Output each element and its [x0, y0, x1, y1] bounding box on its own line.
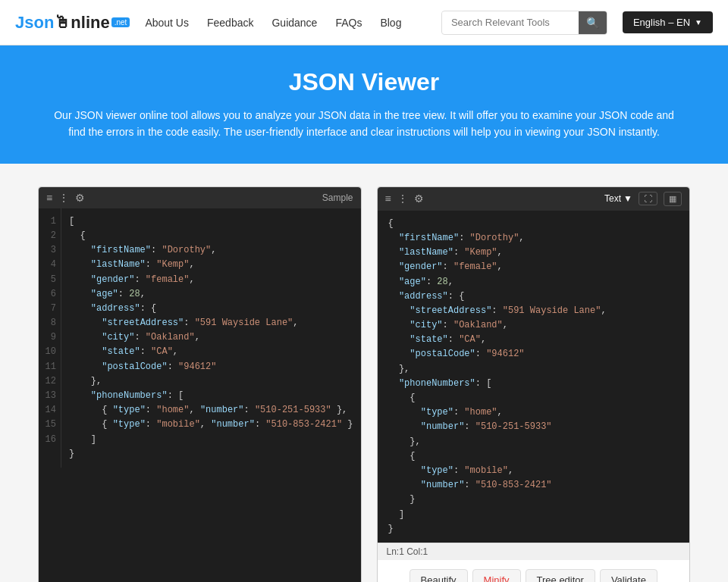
expand-icon[interactable]: ⛶ [639, 192, 657, 205]
text-label: Text [604, 193, 621, 204]
nav-links: About Us Feedback Guidance FAQs Blog [145, 17, 426, 29]
text-dropdown[interactable]: Text ▼ [604, 193, 632, 204]
logo-badge: .net [111, 17, 130, 27]
chevron-down-icon: ▼ [695, 18, 702, 27]
line-numbers: 12345 678910 111213141516 [39, 208, 61, 468]
left-toolbar-icon-1[interactable]: ≡ [46, 192, 52, 204]
nav-about[interactable]: About Us [145, 17, 189, 29]
beautify-button[interactable]: Beautify [410, 569, 468, 582]
text-chevron-icon: ▼ [623, 193, 632, 204]
search-button[interactable]: 🔍 [579, 11, 607, 34]
left-code-content[interactable]: [ { "firstName": "Dorothy", "lastName": … [61, 208, 361, 468]
right-toolbar: ≡ ⋮ ⚙ Text ▼ ⛶ ▦ [378, 187, 689, 211]
sample-label: Sample [322, 192, 353, 203]
right-editor-panel: ≡ ⋮ ⚙ Text ▼ ⛶ ▦ { "firstName": "Dorothy… [377, 186, 690, 582]
logo[interactable]: Json🖱nline .net [15, 13, 130, 33]
right-toolbar-settings-icon[interactable]: ⚙ [414, 192, 424, 205]
left-toolbar-settings-icon[interactable]: ⚙ [75, 192, 85, 204]
search-input[interactable] [442, 12, 579, 33]
top-action-row: Beautify Minify Tree editor Validate Cop… [385, 569, 682, 582]
main-content: ≡ ⋮ ⚙ Sample 12345 678910 111213141516 [… [0, 164, 728, 582]
right-toolbar-icon-1[interactable]: ≡ [385, 192, 391, 205]
hero-section: JSON Viewer Our JSON viewer online tool … [0, 45, 728, 164]
nav-feedback[interactable]: Feedback [207, 17, 253, 29]
left-toolbar: ≡ ⋮ ⚙ Sample [39, 187, 361, 208]
minify-button[interactable]: Minify [472, 569, 521, 582]
right-code-area[interactable]: { "firstName": "Dorothy", "lastName": "K… [378, 211, 689, 543]
nav-blog[interactable]: Blog [380, 17, 401, 29]
hero-title: JSON Viewer [46, 68, 682, 96]
right-bottom: Beautify Minify Tree editor Validate Cop… [378, 560, 689, 582]
hero-description: Our JSON viewer online tool allows you t… [53, 107, 675, 141]
language-label: English – EN [633, 17, 690, 28]
logo-text: Json🖱nline [15, 13, 110, 33]
language-button[interactable]: English – EN ▼ [623, 11, 713, 33]
right-toolbar-icon-2[interactable]: ⋮ [397, 192, 408, 205]
navbar: Json🖱nline .net About Us Feedback Guidan… [0, 0, 728, 45]
search-box: 🔍 [441, 11, 607, 35]
validate-button[interactable]: Validate [600, 569, 657, 582]
nav-faqs[interactable]: FAQs [335, 17, 362, 29]
right-status-bar: Ln:1 Col:1 [378, 543, 689, 560]
right-status-text: Ln:1 Col:1 [387, 546, 428, 557]
tree-editor-button[interactable]: Tree editor [526, 569, 595, 582]
left-editor-panel: ≡ ⋮ ⚙ Sample 12345 678910 111213141516 [… [38, 186, 362, 582]
grid-icon[interactable]: ▦ [664, 192, 682, 206]
left-code-area[interactable]: 12345 678910 111213141516 [ { "firstName… [39, 208, 361, 582]
nav-guidance[interactable]: Guidance [271, 17, 317, 29]
left-toolbar-icon-2[interactable]: ⋮ [58, 192, 69, 204]
